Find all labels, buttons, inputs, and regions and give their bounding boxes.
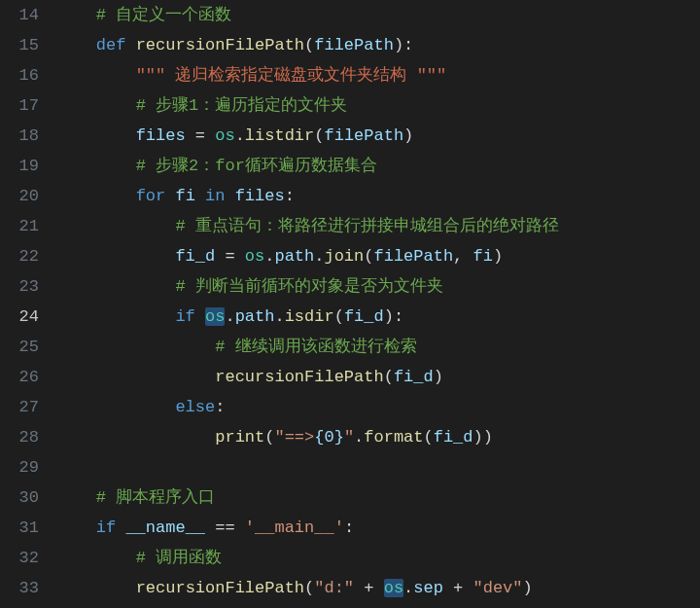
code-token: os xyxy=(384,579,403,597)
code-token xyxy=(116,519,125,537)
code-token: : xyxy=(215,398,225,416)
line-number: 24 xyxy=(0,302,56,332)
code-content[interactable]: if __name__ == '__main__': xyxy=(56,513,700,543)
code-token: sep xyxy=(413,579,443,597)
code-token: for xyxy=(136,187,166,205)
line-number: 33 xyxy=(0,573,56,603)
code-content[interactable]: # 步骤2：for循环遍历数据集合 xyxy=(56,151,700,181)
code-token: "d:" xyxy=(314,579,354,597)
code-line[interactable]: 24 if os.path.isdir(fi_d): xyxy=(0,302,700,332)
code-token: : xyxy=(344,519,354,537)
code-token: . xyxy=(264,247,274,266)
code-token: __name__ xyxy=(125,519,205,537)
code-token: + xyxy=(354,579,384,597)
code-token: . xyxy=(225,307,234,326)
code-content[interactable]: # 脚本程序入口 xyxy=(56,483,700,513)
code-line[interactable]: 21 # 重点语句：将路径进行拼接申城组合后的绝对路径 xyxy=(0,211,700,241)
code-token: ( xyxy=(364,247,373,266)
code-line[interactable]: 28 print("==>{0}".format(fi_d)) xyxy=(0,422,700,452)
code-token: : xyxy=(394,307,403,326)
line-number: 19 xyxy=(0,151,56,181)
code-content[interactable]: files = os.listdir(filePath) xyxy=(56,121,700,151)
code-line[interactable]: 14 # 自定义一个函数 xyxy=(0,0,700,30)
code-content[interactable]: def recursionFilePath(filePath): xyxy=(56,30,700,60)
code-token xyxy=(56,217,175,235)
code-line[interactable]: 26 recursionFilePath(fi_d) xyxy=(0,362,700,392)
line-number: 20 xyxy=(0,181,56,211)
code-token: fi_d xyxy=(175,247,215,266)
code-token: {0} xyxy=(314,428,344,447)
code-line[interactable]: 30 # 脚本程序入口 xyxy=(0,483,700,513)
code-content[interactable]: # 判断当前循环的对象是否为文件夹 xyxy=(56,271,700,302)
code-token: in xyxy=(205,187,225,205)
code-content[interactable]: # 步骤1：遍历指定的文件夹 xyxy=(56,90,700,121)
code-token: # 继续调用该函数进行检索 xyxy=(215,338,416,356)
code-line[interactable]: 19 # 步骤2：for循环遍历数据集合 xyxy=(0,151,700,181)
code-token: filePath xyxy=(373,247,453,266)
code-line[interactable]: 29 xyxy=(0,452,700,483)
code-token: print xyxy=(215,428,264,447)
line-number: 26 xyxy=(0,362,56,392)
code-content[interactable]: fi_d = os.path.join(filePath, fi) xyxy=(56,241,700,271)
line-number: 17 xyxy=(0,90,56,121)
line-number: 31 xyxy=(0,513,56,543)
code-token: )) xyxy=(473,428,493,447)
code-token: . xyxy=(354,428,364,447)
code-line[interactable]: 23 # 判断当前循环的对象是否为文件夹 xyxy=(0,271,700,302)
code-line[interactable]: 20 for fi in files: xyxy=(0,181,700,211)
code-line[interactable]: 32 # 调用函数 xyxy=(0,543,700,573)
code-content[interactable]: recursionFilePath(fi_d) xyxy=(56,362,700,392)
line-number: 15 xyxy=(0,30,56,60)
line-number: 22 xyxy=(0,241,56,271)
line-number: 32 xyxy=(0,543,56,573)
code-token: recursionFilePath xyxy=(215,368,383,386)
code-token: format xyxy=(364,428,423,447)
code-content[interactable]: recursionFilePath("d:" + os.sep + "dev") xyxy=(56,573,700,603)
code-token: # 脚本程序入口 xyxy=(96,488,215,507)
code-token xyxy=(56,6,96,24)
code-token xyxy=(56,519,96,537)
code-content[interactable] xyxy=(56,452,700,483)
code-token: ) xyxy=(434,368,443,386)
code-line[interactable]: 18 files = os.listdir(filePath) xyxy=(0,121,700,151)
code-token: . xyxy=(403,579,413,597)
code-content[interactable]: # 重点语句：将路径进行拼接申城组合后的绝对路径 xyxy=(56,211,700,241)
code-token: : xyxy=(403,36,413,54)
code-line[interactable]: 16 """ 递归检索指定磁盘或文件夹结构 """ xyxy=(0,60,700,90)
code-token xyxy=(56,579,136,597)
code-token: files xyxy=(136,126,186,145)
code-content[interactable]: """ 递归检索指定磁盘或文件夹结构 """ xyxy=(56,60,700,90)
code-content[interactable]: # 调用函数 xyxy=(56,543,700,573)
code-token: . xyxy=(274,307,284,326)
code-token: ( xyxy=(304,36,314,54)
code-token: "dev" xyxy=(473,579,523,597)
code-token: , xyxy=(453,247,472,266)
code-line[interactable]: 33 recursionFilePath("d:" + os.sep + "de… xyxy=(0,573,700,603)
code-token: path xyxy=(235,307,275,326)
code-editor[interactable]: 14 # 自定义一个函数15 def recursionFilePath(fil… xyxy=(0,0,700,603)
code-token: recursionFilePath xyxy=(136,579,304,597)
code-line[interactable]: 15 def recursionFilePath(filePath): xyxy=(0,30,700,60)
code-token: filePath xyxy=(314,36,394,54)
code-line[interactable]: 27 else: xyxy=(0,392,700,422)
code-line[interactable]: 25 # 继续调用该函数进行检索 xyxy=(0,332,700,362)
code-token: ) xyxy=(394,36,403,54)
code-line[interactable]: 31 if __name__ == '__main__': xyxy=(0,513,700,543)
code-content[interactable]: # 继续调用该函数进行检索 xyxy=(56,332,700,362)
code-content[interactable]: if os.path.isdir(fi_d): xyxy=(56,302,700,332)
code-line[interactable]: 22 fi_d = os.path.join(filePath, fi) xyxy=(0,241,700,271)
code-content[interactable]: for fi in files: xyxy=(56,181,700,211)
code-content[interactable]: else: xyxy=(56,392,700,422)
code-token: filePath xyxy=(324,126,403,145)
line-number: 21 xyxy=(0,211,56,241)
code-content[interactable]: # 自定义一个函数 xyxy=(56,0,700,30)
code-content[interactable]: print("==>{0}".format(fi_d)) xyxy=(56,422,700,452)
code-token xyxy=(56,549,136,567)
code-token: else xyxy=(175,398,215,416)
code-line[interactable]: 17 # 步骤1：遍历指定的文件夹 xyxy=(0,90,700,121)
code-token xyxy=(225,187,234,205)
code-token: recursionFilePath xyxy=(136,36,304,54)
code-token xyxy=(56,126,136,145)
code-token: " xyxy=(344,428,354,447)
code-token: ) xyxy=(384,307,394,326)
